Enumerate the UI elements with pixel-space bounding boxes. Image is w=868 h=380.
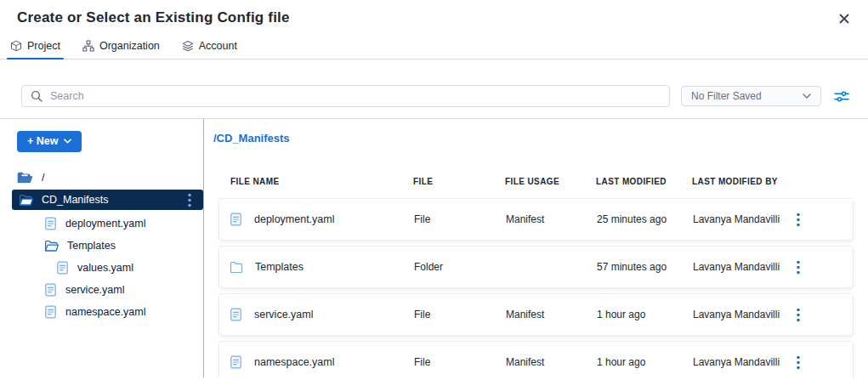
last-modified-cell: 57 minutes ago xyxy=(597,261,693,273)
tree-item-label: / xyxy=(42,172,44,184)
tab[interactable]: Organization xyxy=(79,36,163,59)
tree-item-icon xyxy=(19,194,33,207)
last-modified-by-cell: Lavanya Mandavilli xyxy=(693,261,791,273)
last-modified-by-cell: Lavanya Mandavilli xyxy=(693,356,791,368)
files-table-header: FILE NAMEFILEFILE USAGELAST MODIFIEDLAST… xyxy=(218,177,854,186)
file-name: service.yaml xyxy=(254,309,313,320)
tree-item[interactable]: / xyxy=(0,167,203,189)
last-modified-cell: 25 minutes ago xyxy=(597,213,693,225)
file-name-cell: namespace.yaml xyxy=(230,355,414,369)
tab-label: Organization xyxy=(99,40,160,52)
last-modified-cell: 1 hour ago xyxy=(597,309,693,320)
files-table: deployment.yaml File Manifest 25 minutes… xyxy=(218,198,854,377)
file-tree-sidebar: + New / CD_Manifests deployment.yaml xyxy=(0,119,204,377)
file-usage-cell: Manifest xyxy=(506,309,597,320)
tab-icon xyxy=(10,40,22,52)
tree-item[interactable]: deployment.yaml xyxy=(0,213,203,235)
file-type-icon xyxy=(230,213,242,226)
tree-item-label: deployment.yaml xyxy=(65,218,146,230)
file-type-icon xyxy=(230,308,242,321)
tab[interactable]: Account xyxy=(179,36,241,59)
last-modified-cell: 1 hour ago xyxy=(597,356,693,368)
file-row[interactable]: service.yaml File Manifest 1 hour ago La… xyxy=(218,293,854,336)
files-panel: /CD_Manifests FILE NAMEFILEFILE USAGELAS… xyxy=(204,119,868,377)
file-row[interactable]: Templates Folder 57 minutes ago Lavanya … xyxy=(218,246,854,288)
file-name-cell: Templates xyxy=(230,261,414,273)
file-kind-cell: File xyxy=(414,356,506,368)
column-header: LAST MODIFIED BY xyxy=(692,177,791,186)
column-header: FILE NAME xyxy=(230,177,413,186)
last-modified-by-cell: Lavanya Mandavilli xyxy=(693,213,791,225)
tab-icon xyxy=(182,40,194,52)
new-button[interactable]: + New xyxy=(17,131,82,152)
tree-item[interactable]: service.yaml xyxy=(0,279,203,301)
tab-label: Account xyxy=(199,40,237,52)
file-name: Templates xyxy=(255,261,304,273)
toolbar: No Filter Saved xyxy=(0,60,868,119)
close-icon[interactable] xyxy=(834,9,854,28)
saved-filter-value: No Filter Saved xyxy=(691,90,762,102)
tree-item-icon xyxy=(44,283,57,297)
kebab-menu-icon[interactable] xyxy=(184,191,195,209)
content-area: + New / CD_Manifests deployment.yaml xyxy=(0,119,868,377)
new-button-label: + New xyxy=(27,135,58,147)
tree-item-icon xyxy=(56,261,69,275)
file-row[interactable]: deployment.yaml File Manifest 25 minutes… xyxy=(218,198,854,241)
tree-item[interactable]: namespace.yaml xyxy=(0,301,203,323)
last-modified-by-cell: Lavanya Mandavilli xyxy=(693,309,791,320)
tab-icon xyxy=(82,40,94,52)
breadcrumb[interactable]: /CD_Manifests xyxy=(213,132,868,145)
tab[interactable]: Project xyxy=(7,36,64,59)
modal-header: Create or Select an Existing Config file xyxy=(0,0,868,28)
file-type-icon xyxy=(230,261,243,273)
tree-item-label: values.yaml xyxy=(77,262,133,274)
modal-title: Create or Select an Existing Config file xyxy=(17,9,290,26)
search-input[interactable] xyxy=(50,90,661,102)
file-kind-cell: File xyxy=(414,213,506,225)
file-kind-cell: Folder xyxy=(414,261,506,273)
tree-item[interactable]: Templates xyxy=(0,235,203,257)
kebab-menu-icon[interactable] xyxy=(791,353,805,372)
saved-filter-dropdown[interactable]: No Filter Saved xyxy=(681,86,821,106)
tree-item[interactable]: values.yaml xyxy=(0,257,203,279)
kebab-menu-icon[interactable] xyxy=(791,210,805,230)
file-row[interactable]: namespace.yaml File Manifest 1 hour ago … xyxy=(218,341,854,377)
search-icon xyxy=(31,90,43,102)
file-name: namespace.yaml xyxy=(254,356,335,368)
tree-item-label: namespace.yaml xyxy=(65,306,146,318)
search-box xyxy=(21,85,670,107)
config-file-modal: Create or Select an Existing Config file… xyxy=(0,0,868,380)
tree-item-icon xyxy=(44,217,57,230)
file-kind-cell: File xyxy=(414,309,506,320)
file-name-cell: service.yaml xyxy=(230,308,414,321)
column-header: FILE xyxy=(413,177,505,186)
tab-label: Project xyxy=(27,40,60,52)
file-usage-cell: Manifest xyxy=(506,213,597,225)
column-header: LAST MODIFIED xyxy=(596,177,692,186)
file-tree: / CD_Manifests deployment.yaml Templates xyxy=(0,167,203,323)
scope-tabs: Project Organization Account xyxy=(0,36,868,60)
filter-sliders-icon[interactable] xyxy=(832,88,851,105)
tree-item[interactable]: CD_Manifests xyxy=(12,190,203,210)
chevron-down-icon xyxy=(64,139,71,144)
chevron-down-icon xyxy=(803,94,811,99)
file-name-cell: deployment.yaml xyxy=(230,213,414,226)
file-usage-cell: Manifest xyxy=(506,356,597,368)
tree-item-icon xyxy=(44,240,59,252)
kebab-menu-icon[interactable] xyxy=(791,258,805,277)
file-name: deployment.yaml xyxy=(254,213,335,225)
tree-item-label: service.yaml xyxy=(65,284,124,296)
tree-item-icon xyxy=(44,305,57,319)
tree-item-label: Templates xyxy=(67,240,116,252)
column-header: FILE USAGE xyxy=(505,177,596,186)
file-type-icon xyxy=(230,355,242,369)
tree-item-label: CD_Manifests xyxy=(42,194,109,206)
kebab-menu-icon[interactable] xyxy=(791,305,805,325)
tree-item-icon xyxy=(17,172,33,184)
